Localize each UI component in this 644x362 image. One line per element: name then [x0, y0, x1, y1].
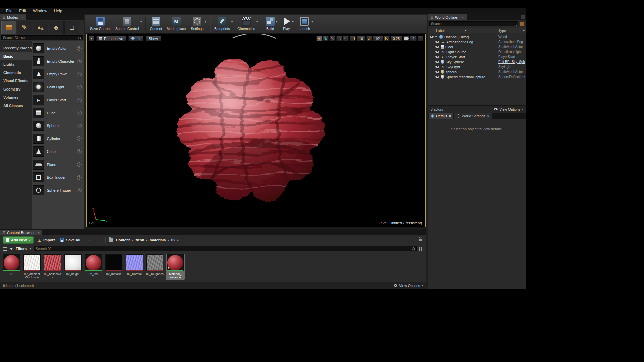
asset-tile-02-basecolor[interactable]: 02_basecolor — [43, 254, 62, 280]
close-icon[interactable]: × — [38, 231, 40, 235]
asset-tile-02-height[interactable]: 02_height — [63, 254, 83, 276]
tab-modes[interactable]: Modes × — [0, 14, 26, 20]
chevron-down-icon[interactable]: ▾ — [140, 20, 142, 23]
column-type[interactable]: Type — [498, 28, 506, 33]
lock-icon[interactable] — [419, 239, 422, 241]
category-basic[interactable]: Basic — [0, 52, 32, 61]
tab-world-settings[interactable]: World Settings × — [454, 113, 492, 119]
chevron-down-icon[interactable]: ▾ — [30, 247, 31, 250]
help-icon[interactable]: ? — [77, 59, 82, 63]
expander-icon[interactable]: ▾ — [435, 35, 439, 38]
content-button[interactable]: Content — [150, 17, 162, 31]
help-icon[interactable]: ? — [77, 162, 82, 167]
chevron-down-icon[interactable]: ▾ — [311, 20, 313, 23]
placement-item-cylinder[interactable]: Cylinder? — [32, 132, 84, 145]
modes-search[interactable] — [1, 35, 83, 40]
placement-item-player-start[interactable]: Player Start? — [32, 94, 84, 107]
forward-button[interactable]: → — [96, 238, 102, 242]
asset-search[interactable] — [34, 246, 417, 251]
lit-mode-button[interactable]: Lit — [128, 36, 143, 41]
visibility-toggle[interactable] — [433, 66, 441, 68]
surface-snap-icon[interactable] — [343, 36, 349, 41]
asset-tile-material-instance[interactable]: *Material_ instance — [166, 254, 185, 280]
help-icon[interactable]: ? — [77, 188, 82, 192]
help-icon[interactable]: ? — [77, 98, 82, 102]
outliner-view-options-button[interactable]: View Options ▾ — [494, 107, 523, 111]
category-visual-effects[interactable]: Visual Effects — [0, 77, 32, 85]
source-control-button[interactable]: Source Control▾ — [115, 17, 142, 31]
visibility-toggle[interactable] — [433, 71, 441, 73]
category-recently-placed[interactable]: Recently Placed — [0, 44, 32, 52]
help-icon[interactable]: ? — [77, 149, 82, 154]
back-button[interactable]: ← — [88, 238, 94, 242]
save-all-button[interactable]: Save All — [59, 238, 82, 242]
camera-speed-value[interactable]: 4 — [410, 36, 417, 41]
perspective-button[interactable]: Perspective — [96, 36, 126, 41]
placement-item-point-light[interactable]: Point Light? — [32, 81, 84, 94]
rotation-snap-value[interactable]: 10° — [373, 36, 383, 41]
asset-search-input[interactable] — [36, 247, 412, 251]
marketplace-button[interactable]: Marketplace — [167, 17, 186, 31]
help-icon[interactable]: ? — [77, 111, 82, 115]
asset-tile-02-metallic[interactable]: 02_metallic — [104, 254, 123, 276]
show-button[interactable]: Show — [146, 36, 161, 41]
outliner-column-header[interactable]: Label ▲ Type ▾ — [428, 28, 526, 33]
outliner-search-input[interactable] — [431, 22, 514, 26]
tab-content-browser[interactable]: Content Browser × — [0, 230, 42, 235]
grid-snap-value[interactable]: 10 — [357, 36, 365, 41]
help-icon[interactable]: ? — [77, 175, 82, 180]
placement-item-cone[interactable]: Cone? — [32, 145, 84, 158]
asset-tile-02-normal[interactable]: 02_normal — [125, 254, 144, 276]
close-icon[interactable]: × — [487, 114, 489, 118]
blueprints-button[interactable]: Blueprints▾ — [214, 17, 233, 31]
foliage-mode-button[interactable] — [49, 21, 64, 34]
placement-item-plane[interactable]: Plane? — [32, 158, 84, 171]
outliner-row-player-start[interactable]: Player StartPlayerStart — [428, 54, 526, 59]
place-mode-button[interactable] — [1, 21, 16, 34]
play-button[interactable]: Play▾ — [282, 17, 294, 31]
outliner-row-light-source[interactable]: Light SourceDirectionalLight — [428, 49, 526, 54]
close-icon[interactable]: × — [462, 15, 464, 19]
chevron-down-icon[interactable]: ▾ — [205, 20, 206, 23]
cinematics-button[interactable]: Cinematics▾ — [237, 17, 258, 31]
cb-view-options-button[interactable]: View Options ▾ — [394, 284, 423, 288]
geometry-mode-button[interactable] — [64, 21, 79, 34]
filters-label[interactable]: Filters — [16, 247, 27, 251]
menu-item-edit[interactable]: Edit — [16, 8, 30, 14]
scale-tool-icon[interactable] — [330, 36, 335, 41]
help-icon[interactable]: ? — [77, 85, 82, 89]
placement-item-empty-character[interactable]: Empty Character? — [32, 55, 84, 68]
chevron-down-icon[interactable]: ▾ — [231, 20, 233, 23]
chevron-down-icon[interactable]: ▾ — [276, 20, 278, 23]
column-label[interactable]: Label — [436, 28, 445, 33]
visibility-toggle[interactable] — [428, 36, 435, 38]
camera-speed-icon[interactable] — [403, 36, 409, 41]
help-icon[interactable]: ? — [77, 136, 82, 141]
menu-item-help[interactable]: Help — [51, 8, 66, 14]
tab-world-outliner[interactable]: World Outliner × — [428, 14, 467, 20]
visibility-toggle[interactable] — [433, 76, 441, 78]
visibility-toggle[interactable] — [433, 41, 441, 43]
build-button[interactable]: Build▾ — [266, 17, 278, 31]
visibility-toggle[interactable] — [433, 56, 441, 58]
outliner-row-untitled-editor[interactable]: ▾Untitled (Editor)World — [428, 34, 526, 39]
scale-snap-icon[interactable] — [384, 36, 390, 41]
category-cinematic[interactable]: Cinematic — [0, 69, 32, 77]
placement-item-box-trigger[interactable]: Box Trigger? — [32, 171, 84, 184]
category-volumes[interactable]: Volumes — [0, 93, 32, 102]
viewport[interactable]: ▾ Perspective Lit Show 1010°0.254 x y — [86, 34, 426, 227]
view-settings-icon[interactable] — [419, 247, 423, 251]
rotate-tool-icon[interactable] — [323, 36, 329, 41]
add-new-button[interactable]: Add New ▾ — [3, 236, 34, 244]
close-icon[interactable]: × — [21, 15, 23, 19]
viewport-options-dropdown[interactable]: ▾ — [89, 36, 94, 41]
move-tool-icon[interactable] — [316, 36, 322, 41]
actor-type-link[interactable]: Edit BP_Sky_Sph — [498, 60, 525, 64]
help-icon[interactable]: ? — [77, 72, 82, 76]
asset-tile-02[interactable]: 02 — [2, 254, 21, 276]
menu-item-file[interactable]: File — [3, 8, 16, 14]
chevron-down-icon[interactable]: ▾ — [256, 20, 258, 23]
category-all-classes[interactable]: All Classes — [0, 102, 32, 110]
filter-funnel-icon[interactable] — [10, 248, 13, 250]
close-icon[interactable]: × — [449, 114, 451, 118]
